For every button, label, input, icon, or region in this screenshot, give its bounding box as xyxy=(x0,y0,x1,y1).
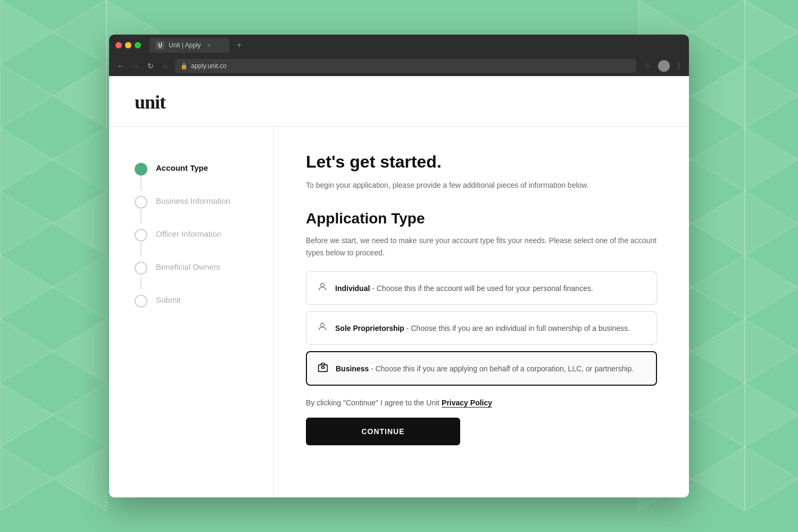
step-circle-officer-info xyxy=(135,229,147,242)
close-dot[interactable] xyxy=(115,42,122,48)
browser-dots xyxy=(115,42,141,48)
sidebar-item-beneficial-owners[interactable]: Beneficial Owners xyxy=(135,251,248,284)
page-heading: Let's get started. xyxy=(306,152,657,172)
maximize-dot[interactable] xyxy=(135,42,141,48)
application-type-desc: Before we start, we need to make sure yo… xyxy=(306,235,657,259)
browser-tab[interactable]: U Unit | Apply × xyxy=(149,38,229,53)
step-circle-beneficial-owners xyxy=(135,262,147,275)
step-label-account-type: Account Type xyxy=(156,162,208,172)
individual-description: Choose this if the account will be used … xyxy=(377,284,593,293)
privacy-prefix: By clicking "Continue" I agree to the Un… xyxy=(306,398,442,407)
main-layout: Account Type Business Information Office… xyxy=(109,127,689,497)
sole-proprietorship-label: Sole Proprietorship xyxy=(335,324,404,332)
sidebar-item-account-type[interactable]: Account Type xyxy=(135,152,248,185)
form-area: Let's get started. To begin your applica… xyxy=(274,127,689,497)
browser-window: U Unit | Apply × + ← → ↻ ⌂ 🔒 apply.unit.… xyxy=(109,35,689,497)
svg-point-43 xyxy=(321,284,325,287)
application-type-heading: Application Type xyxy=(306,210,657,227)
home-button[interactable]: ⌂ xyxy=(160,62,171,70)
address-text: apply.unit.co xyxy=(191,62,227,70)
profile-avatar[interactable] xyxy=(658,60,670,72)
step-label-officer-info: Officer Information xyxy=(156,228,221,238)
option-individual[interactable]: Individual - Choose this if the account … xyxy=(306,271,657,305)
refresh-button[interactable]: ↻ xyxy=(145,62,156,70)
lock-icon: 🔒 xyxy=(180,63,188,70)
tab-title-text: Unit | Apply xyxy=(169,41,201,49)
option-sole-proprietorship[interactable]: Sole Proprietorship - Choose this if you… xyxy=(306,311,657,345)
tab-favicon: U xyxy=(156,41,164,49)
sidebar-item-officer-info[interactable]: Officer Information xyxy=(135,218,248,251)
business-option-text: Business - Choose this if you are applyi… xyxy=(336,364,634,373)
minimize-dot[interactable] xyxy=(125,42,131,48)
site-logo: unit xyxy=(135,91,663,113)
sole-proprietorship-option-text: Sole Proprietorship - Choose this if you… xyxy=(335,324,630,332)
sidebar-item-submit[interactable]: Submit xyxy=(135,284,248,317)
page-description: To begin your application, please provid… xyxy=(306,179,657,191)
sole-proprietorship-icon xyxy=(317,321,328,335)
sole-proprietorship-description: Choose this if you are an individual in … xyxy=(411,324,630,332)
logo-header: unit xyxy=(109,76,689,127)
business-separator: - xyxy=(371,364,376,373)
bookmark-icon[interactable]: ☆ xyxy=(644,62,651,70)
continue-button[interactable]: CONTINUE xyxy=(306,418,460,445)
browser-menu-icon[interactable]: ⋮ xyxy=(675,62,683,70)
address-bar[interactable]: 🔒 apply.unit.co xyxy=(175,59,636,73)
individual-option-text: Individual - Choose this if the account … xyxy=(335,284,593,293)
back-button[interactable]: ← xyxy=(115,62,126,70)
privacy-policy-link[interactable]: Privacy Policy xyxy=(442,398,492,408)
new-tab-button[interactable]: + xyxy=(237,40,242,50)
business-label: Business xyxy=(336,364,369,373)
option-business[interactable]: Business - Choose this if you are applyi… xyxy=(306,351,657,386)
svg-rect-47 xyxy=(322,367,325,368)
step-label-beneficial-owners: Beneficial Owners xyxy=(156,261,220,271)
browser-chrome: U Unit | Apply × + ← → ↻ ⌂ 🔒 apply.unit.… xyxy=(109,35,689,76)
sidebar: Account Type Business Information Office… xyxy=(109,127,274,497)
step-circle-submit xyxy=(135,295,147,307)
step-circle-account-type xyxy=(135,163,147,176)
individual-separator: - xyxy=(372,284,377,293)
business-icon xyxy=(318,362,328,375)
browser-addressbar: ← → ↻ ⌂ 🔒 apply.unit.co ☆ ⋮ xyxy=(109,56,689,76)
individual-icon xyxy=(317,281,328,295)
tab-close-button[interactable]: × xyxy=(207,42,210,48)
svg-point-44 xyxy=(321,323,325,327)
step-circle-business-info xyxy=(135,196,147,209)
sidebar-item-business-info[interactable]: Business Information xyxy=(135,185,248,218)
step-label-business-info: Business Information xyxy=(156,195,230,205)
step-label-submit: Submit xyxy=(156,294,181,304)
forward-button[interactable]: → xyxy=(130,62,141,70)
business-description: Choose this if you are applying on behal… xyxy=(376,364,634,373)
page-content: unit Account Type Business Information O… xyxy=(109,76,689,497)
individual-label: Individual xyxy=(335,284,370,293)
privacy-agreement-text: By clicking "Continue" I agree to the Un… xyxy=(306,398,657,407)
browser-titlebar: U Unit | Apply × + xyxy=(109,35,689,56)
